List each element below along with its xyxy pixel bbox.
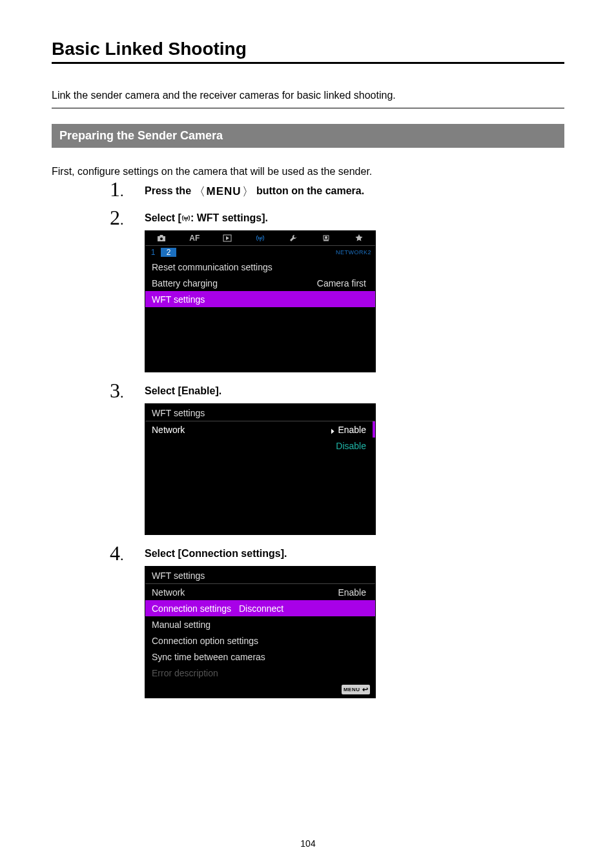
step-title: Select [Connection settings].: [145, 548, 287, 559]
star-icon: [342, 234, 375, 243]
network-label: NETWORK2: [336, 249, 375, 256]
antenna-icon: [244, 234, 277, 243]
menu-row-disabled: Error description: [145, 665, 375, 681]
menu-row-empty: [145, 454, 375, 470]
menu-row: Reset communication settings: [145, 259, 375, 275]
menu-row-selected: Connection settingsDisconnect: [145, 600, 375, 616]
svg-rect-7: [323, 240, 329, 241]
lcd-screenshot-1: AF 1 2 NETWORK2 Reset communication sett…: [145, 230, 376, 372]
menu-row-empty: [145, 339, 375, 356]
step-title: Select [Enable].: [145, 385, 221, 396]
menu-row-selected: WFT settings: [145, 291, 375, 307]
menu-row: Battery chargingCamera first: [145, 275, 375, 291]
step-title: Press the 〈MENU〉 button on the camera.: [145, 185, 364, 196]
step-1: 1. Press the 〈MENU〉 button on the camera…: [110, 184, 564, 199]
menu-row: NetworkEnable: [145, 584, 375, 600]
step-title: Select [: WFT settings].: [145, 212, 268, 223]
svg-rect-5: [260, 238, 260, 241]
wrench-icon: [276, 234, 309, 243]
section-heading: Preparing the Sender Camera: [52, 124, 564, 148]
lcd-title: WFT settings: [145, 404, 375, 421]
page-number: 104: [0, 838, 616, 849]
divider: [52, 108, 564, 108]
menu-row-empty: [145, 518, 375, 534]
menu-row: Manual setting: [145, 616, 375, 632]
camera-icon: [145, 234, 178, 242]
step-number: 3.: [110, 379, 124, 403]
antenna-icon: [181, 212, 190, 223]
menu-row-empty: [145, 486, 375, 502]
back-arrow-icon: ↩: [362, 686, 369, 693]
svg-rect-1: [185, 218, 186, 221]
intro-text: Link the sender camera and the receiver …: [52, 90, 564, 108]
menu-row-empty: [145, 323, 375, 339]
step-4: 4. Select [Connection settings]. WFT set…: [110, 548, 564, 698]
menu-row-selected: Network Enable: [145, 421, 375, 438]
lcd-footer: MENU↩: [145, 681, 375, 698]
svg-point-8: [325, 236, 327, 239]
menu-row: Sync time between cameras: [145, 649, 375, 665]
menu-back-badge: MENU↩: [342, 685, 370, 694]
step-number: 1.: [110, 177, 124, 201]
custom-icon: [309, 234, 342, 243]
page-title: Basic Linked Shooting: [52, 39, 564, 64]
menu-row-empty: [145, 307, 375, 323]
menu-row-empty: [145, 470, 375, 486]
step-number: 4.: [110, 541, 124, 565]
lcd-screenshot-2: WFT settings Network Enable Disable: [145, 403, 376, 535]
playback-icon: [211, 234, 244, 242]
svg-point-2: [160, 237, 163, 240]
subtab-2: 2: [161, 248, 176, 257]
lcd-title: WFT settings: [145, 567, 375, 583]
lcd-screenshot-3: WFT settings NetworkEnable Connection se…: [145, 566, 376, 698]
menu-row-empty: [145, 502, 375, 518]
menu-row: Disable: [145, 438, 375, 454]
af-tab: AF: [178, 234, 211, 243]
menu-row-empty: [145, 356, 375, 372]
step-number: 2.: [110, 206, 124, 230]
menu-row: Connection option settings: [145, 632, 375, 649]
step-2: 2. Select [: WFT settings]. AF 1 2: [110, 212, 564, 372]
step-3: 3. Select [Enable]. WFT settings Network…: [110, 385, 564, 535]
subtab-1: 1: [145, 248, 161, 257]
section-intro-text: First, configure settings on the camera …: [52, 166, 564, 177]
menu-icon: MENU: [205, 185, 241, 198]
